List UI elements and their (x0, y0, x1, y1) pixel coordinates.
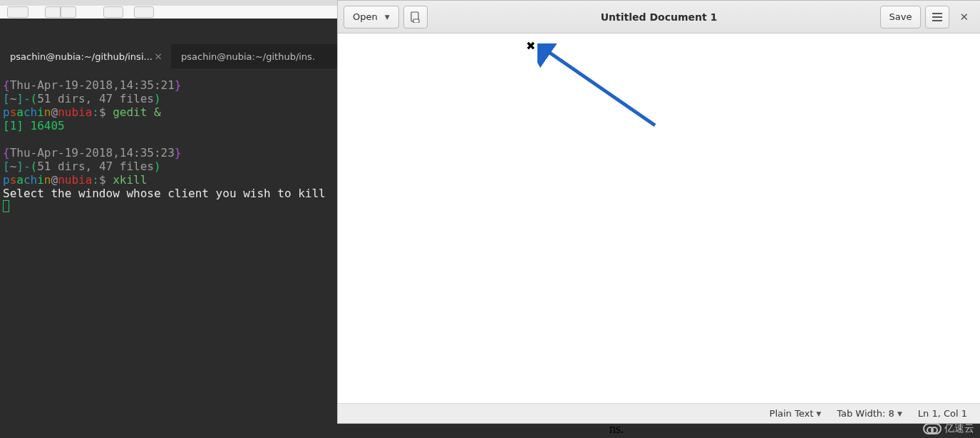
gedit-window: Open ▼ Untitled Document 1 Save ✕ ✖ (337, 0, 980, 424)
page-fragment-text: ns. (609, 422, 624, 437)
terminal-toolbar-button[interactable] (103, 6, 123, 18)
terminal-cursor (3, 200, 9, 212)
terminal-tab[interactable]: psachin@nubia:~/github/insi... × (0, 44, 171, 68)
chevron-down-icon: ▼ (816, 410, 821, 417)
dir-stat: 51 dirs, 47 files (37, 92, 154, 105)
cwd: ~ (10, 160, 17, 173)
dir-stat: 51 dirs, 47 files (37, 160, 154, 173)
timestamp: Thu-Apr-19-2018,14:35:21 (10, 78, 175, 92)
svg-rect-1 (413, 19, 419, 23)
gedit-statusbar: Plain Text ▼ Tab Width: 8 ▼ Ln 1, Col 1 (338, 403, 980, 423)
gedit-headerbar: Open ▼ Untitled Document 1 Save ✕ (338, 1, 980, 33)
command-output: Select the window whose client you wish … (3, 187, 326, 200)
terminal-nav-forward-button[interactable] (61, 6, 76, 18)
prompt-host: nubia (58, 173, 92, 187)
gedit-text-area[interactable]: ✖ (338, 33, 980, 403)
cursor-position-label: Ln 1, Col 1 (918, 408, 967, 419)
hamburger-menu-button[interactable] (925, 6, 949, 28)
command-text: xkill (113, 173, 147, 187)
tab-width-selector[interactable]: Tab Width: 8 ▼ (837, 408, 902, 419)
terminal-toolbar-button[interactable] (7, 6, 29, 18)
hamburger-icon (932, 13, 942, 21)
cwd: ~ (10, 92, 17, 105)
save-button[interactable]: Save (880, 6, 922, 28)
watermark: 亿速云 (923, 422, 974, 435)
watermark-logo-icon (923, 423, 942, 434)
watermark-text: 亿速云 (944, 422, 974, 435)
command-text: gedit & (113, 105, 160, 119)
close-icon: ✕ (959, 11, 969, 24)
tab-width-label: Tab Width: 8 (837, 408, 894, 419)
open-button[interactable]: Open ▼ (344, 6, 399, 28)
new-document-icon (410, 11, 421, 23)
terminal-nav-back-button[interactable] (45, 6, 61, 18)
close-window-button[interactable]: ✕ (954, 11, 974, 24)
close-icon[interactable]: × (154, 51, 163, 62)
syntax-mode-selector[interactable]: Plain Text ▼ (770, 408, 822, 419)
new-tab-button[interactable] (403, 6, 428, 28)
open-button-label: Open (353, 11, 378, 22)
save-button-label: Save (889, 11, 912, 22)
prompt-host: nubia (58, 105, 92, 119)
terminal-tab-label: psachin@nubia:~/github/insi... (10, 51, 153, 62)
terminal-tab-label: psachin@nubia:~/github/ins. (181, 51, 315, 62)
chevron-down-icon: ▼ (385, 14, 390, 21)
timestamp: Thu-Apr-19-2018,14:35:23 (10, 146, 175, 160)
command-output: [1] 16405 (3, 119, 65, 132)
svg-line-2 (545, 49, 655, 125)
cursor-position: Ln 1, Col 1 (918, 408, 967, 419)
terminal-tab[interactable]: psachin@nubia:~/github/ins. (171, 44, 342, 68)
syntax-mode-label: Plain Text (770, 408, 814, 419)
terminal-toolbar-button[interactable] (134, 6, 154, 18)
chevron-down-icon: ▼ (897, 410, 902, 417)
annotation-arrow (537, 43, 680, 143)
xkill-cursor-icon: ✖ (526, 39, 535, 53)
